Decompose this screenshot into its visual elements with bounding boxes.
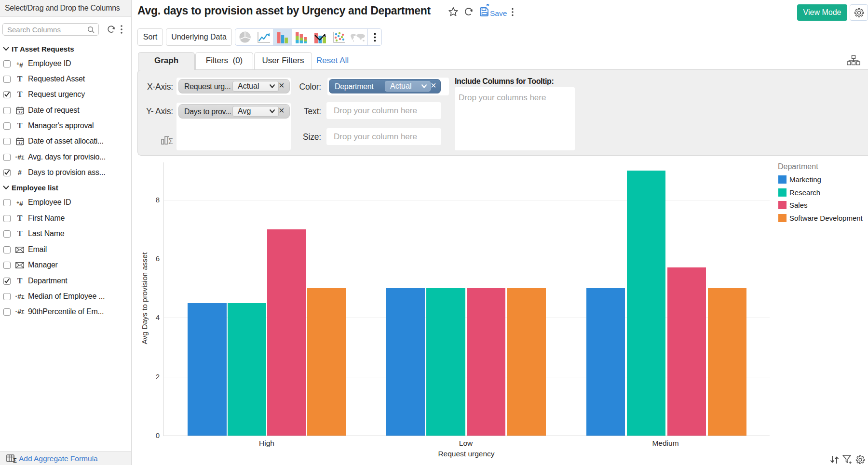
svg-text:*: * [486,4,489,11]
svg-text:Σ: Σ [13,457,17,463]
svg-text:Σ: Σ [168,137,173,145]
svg-text:17: 17 [18,141,23,145]
svg-text:17: 17 [18,110,23,114]
